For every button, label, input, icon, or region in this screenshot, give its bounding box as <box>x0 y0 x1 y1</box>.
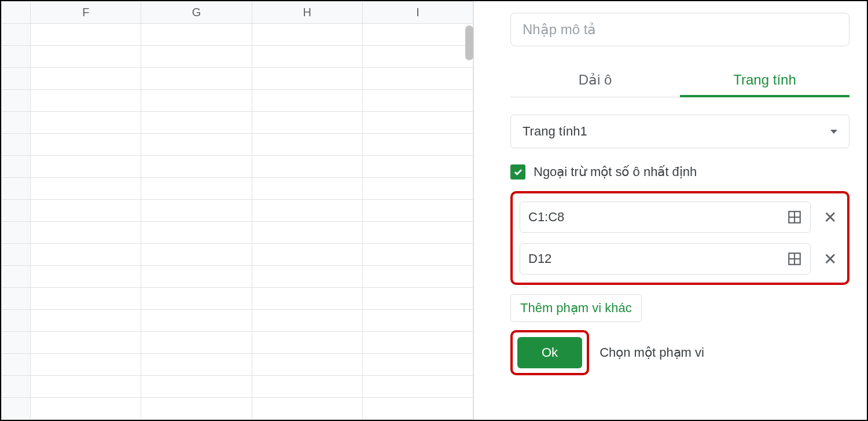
spreadsheet-area[interactable]: F G H I <box>1 1 473 420</box>
protect-sheet-sidebar: Nhập mô tả Dải ô Trang tính Trang tính1 … <box>490 1 867 420</box>
chevron-down-icon <box>830 130 837 134</box>
column-header-h[interactable]: H <box>252 2 362 24</box>
range-row: C1:C8 ✕ <box>520 202 840 233</box>
ranges-highlight-box: C1:C8 ✕ D12 ✕ <box>510 191 849 285</box>
description-input[interactable]: Nhập mô tả <box>510 13 849 46</box>
grid-icon[interactable] <box>787 251 802 266</box>
panel-divider <box>473 1 490 420</box>
close-icon[interactable]: ✕ <box>820 247 840 271</box>
except-cells-label: Ngoại trừ một số ô nhất định <box>534 164 697 180</box>
column-header-i[interactable]: I <box>362 2 473 24</box>
spreadsheet-grid[interactable]: F G H I <box>1 1 473 420</box>
tab-range[interactable]: Dải ô <box>510 65 680 97</box>
column-header-g[interactable]: G <box>141 2 252 24</box>
choose-range-label: Chọn một phạm vi <box>599 344 704 362</box>
ok-highlight-box: Ok <box>510 330 589 375</box>
description-placeholder: Nhập mô tả <box>523 21 596 38</box>
range-value: C1:C8 <box>528 210 564 225</box>
tab-sheet[interactable]: Trang tính <box>680 65 849 97</box>
sheet-select-value: Trang tính1 <box>523 124 587 139</box>
range-input-2[interactable]: D12 <box>520 243 811 274</box>
bottom-action-row: Ok Chọn một phạm vi <box>510 330 849 375</box>
column-header-f[interactable]: F <box>31 2 141 24</box>
grid-icon[interactable] <box>787 210 802 225</box>
range-input-1[interactable]: C1:C8 <box>520 202 811 233</box>
range-value: D12 <box>528 251 551 266</box>
close-icon[interactable]: ✕ <box>820 206 840 229</box>
add-range-button[interactable]: Thêm phạm vi khác <box>510 294 642 322</box>
checkbox-checked-icon[interactable] <box>510 164 525 180</box>
vertical-scrollbar[interactable] <box>465 25 473 60</box>
sheet-select-dropdown[interactable]: Trang tính1 <box>510 115 849 148</box>
corner-cell[interactable] <box>2 2 31 24</box>
except-cells-checkbox-row[interactable]: Ngoại trừ một số ô nhất định <box>510 164 849 180</box>
ok-button[interactable]: Ok <box>517 337 582 368</box>
tab-group: Dải ô Trang tính <box>510 65 849 97</box>
range-row: D12 ✕ <box>520 243 840 274</box>
